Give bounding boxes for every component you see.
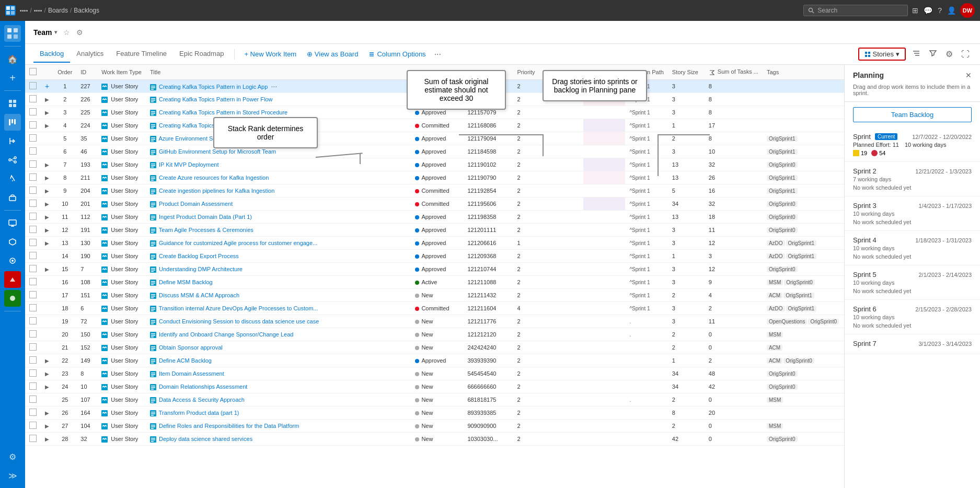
title-link[interactable]: Understanding DMP Architecture [159, 266, 243, 272]
expand-button[interactable]: ▶ [45, 410, 49, 416]
row-check-149[interactable] [25, 354, 41, 367]
settings-icon[interactable]: ⚙ [943, 48, 955, 60]
title-link[interactable]: Guidance for customized Agile process fo… [159, 240, 317, 246]
col-header-storysize[interactable]: Story Size [668, 65, 705, 80]
row-check-211[interactable] [25, 171, 41, 184]
row-check-8[interactable] [25, 367, 41, 380]
row-expand-112[interactable]: ▶ [41, 211, 53, 224]
col-header-priority[interactable]: Priority [513, 65, 541, 80]
title-link[interactable]: Creating Kafka Topics Pattern in Logic A… [159, 84, 268, 90]
breadcrumb-boards[interactable]: Boards [48, 7, 68, 14]
chat-icon[interactable]: 💬 [924, 6, 932, 15]
col-header-check[interactable] [25, 65, 41, 80]
expand-button[interactable]: ▶ [45, 266, 49, 272]
row-check-112[interactable] [25, 211, 41, 224]
sidebar-icon-boards[interactable] [4, 114, 21, 131]
title-link[interactable]: Obtain Sponsor approval [159, 344, 223, 351]
expand-button[interactable]: ▶ [45, 214, 49, 220]
title-link[interactable]: Product Domain Assessment [159, 201, 233, 207]
row-checkbox[interactable] [29, 108, 37, 115]
breadcrumb-project[interactable]: ▪▪▪▪ [34, 7, 42, 14]
row-expand-204[interactable]: ▶ [41, 184, 53, 197]
row-check-190[interactable] [25, 250, 41, 263]
expand-button[interactable]: ▶ [45, 97, 49, 102]
row-checkbox[interactable] [29, 173, 37, 181]
group-by-icon[interactable] [910, 48, 923, 61]
row-expand-190[interactable] [41, 250, 53, 263]
row-expand-104[interactable]: ▶ [41, 420, 53, 433]
sprint-item[interactable]: Sprint 3 1/4/2023 - 1/17/2023 10 working… [845, 196, 980, 231]
row-expand-164[interactable]: ▶ [41, 406, 53, 420]
row-checkbox[interactable] [29, 382, 37, 390]
row-title[interactable]: Domain Relationships Assessment [146, 380, 411, 393]
sidebar-icon-add[interactable]: + [4, 69, 21, 86]
row-title[interactable]: Creating Kafka Topics Pattern in Power F… [146, 93, 411, 106]
row-title[interactable]: IP Kit MVP Deployment [146, 158, 411, 171]
add-row-button[interactable]: + [45, 82, 49, 90]
search-input[interactable] [817, 7, 896, 14]
row-checkbox[interactable] [29, 134, 37, 142]
title-link[interactable]: Transform Product data (part 1) [159, 410, 239, 416]
title-link[interactable]: Define MSM Backlog [159, 279, 213, 285]
row-checkbox[interactable] [29, 422, 37, 429]
title-link[interactable]: Creating Kafka Topics Pattern in Stored … [159, 109, 287, 115]
team-settings-icon[interactable]: ⚙ [76, 28, 83, 37]
expand-button[interactable]: ▶ [45, 436, 49, 442]
row-expand-150[interactable] [41, 328, 53, 341]
tab-backlog[interactable]: Backlog [33, 45, 70, 63]
row-checkbox[interactable] [29, 409, 37, 416]
row-expand-6[interactable] [41, 302, 53, 315]
sidebar-team-logo[interactable] [4, 25, 21, 42]
expand-button[interactable]: ▶ [45, 371, 49, 377]
row-title[interactable]: Obtain Sponsor approval [146, 341, 411, 354]
stories-dropdown-button[interactable]: Stories ▾ [858, 48, 906, 61]
sidebar-icon-home[interactable]: 🏠 [4, 51, 21, 67]
tab-feature-timeline[interactable]: Feature Timeline [110, 45, 173, 63]
title-link[interactable]: Deploy data science shared services [159, 436, 252, 442]
row-title[interactable]: Transition internal Azure DevOps Agile P… [146, 302, 411, 315]
col-header-tags[interactable]: Tags [763, 65, 844, 80]
title-link[interactable]: Domain Relationships Assessment [159, 384, 247, 390]
row-checkbox[interactable] [29, 343, 37, 351]
row-title[interactable]: Team Agile Processes & Ceremonies [146, 224, 411, 237]
row-expand-130[interactable]: ▶ [41, 237, 53, 250]
fullscreen-icon[interactable]: ⛶ [959, 49, 972, 60]
title-link[interactable]: Transition internal Azure DevOps Agile P… [159, 305, 318, 311]
row-title[interactable]: Guidance for customized Agile process fo… [146, 237, 411, 250]
row-check-72[interactable] [25, 315, 41, 328]
select-all-checkbox[interactable] [29, 68, 37, 75]
tab-analytics[interactable]: Analytics [70, 45, 110, 63]
row-expand-107[interactable] [41, 393, 53, 406]
sprint-item[interactable]: Sprint 2 12/21/2022 - 1/3/2023 7 working… [845, 162, 980, 196]
row-check-151[interactable] [25, 289, 41, 302]
sidebar-icon-artifacts[interactable] [4, 189, 21, 206]
row-title[interactable]: Define ACM Backlog [146, 354, 411, 367]
sidebar-icon-expand[interactable]: ≫ [4, 467, 21, 484]
expand-button[interactable]: ▶ [45, 162, 49, 168]
more-options-button[interactable]: ··· [431, 50, 444, 59]
row-expand-72[interactable] [41, 315, 53, 328]
favorite-icon[interactable]: ☆ [63, 28, 70, 37]
expand-button[interactable]: ▶ [45, 110, 49, 115]
col-header-sumtasks[interactable]: Sum of Tasks ... [705, 65, 763, 80]
expand-button[interactable]: ▶ [45, 423, 49, 429]
row-expand-7[interactable]: ▶ [41, 263, 53, 276]
row-check-191[interactable] [25, 224, 41, 237]
grid-icon[interactable]: ⊞ [912, 6, 918, 15]
row-check-201[interactable] [25, 197, 41, 211]
row-check-227[interactable] [25, 80, 41, 93]
row-checkbox[interactable] [29, 265, 37, 272]
row-checkbox[interactable] [29, 369, 37, 377]
title-link[interactable]: Item Domain Assessment [159, 370, 224, 377]
new-work-item-button[interactable]: + New Work Item [239, 48, 302, 60]
row-checkbox[interactable] [29, 147, 37, 155]
title-link[interactable]: IP Kit MVP Deployment [159, 161, 219, 168]
title-link[interactable]: Identify and Onboard Change Sponsor/Chan… [159, 331, 293, 338]
row-check-107[interactable] [25, 393, 41, 406]
row-expand-201[interactable]: ▶ [41, 197, 53, 211]
row-expand-224[interactable]: ▶ [41, 119, 53, 132]
row-expand-149[interactable]: ▶ [41, 354, 53, 367]
row-title[interactable]: Creating Kafka Topics Pattern in Logic A… [146, 80, 411, 93]
planning-close-button[interactable]: ✕ [965, 71, 972, 79]
sidebar-icon-extensions[interactable] [4, 234, 21, 250]
